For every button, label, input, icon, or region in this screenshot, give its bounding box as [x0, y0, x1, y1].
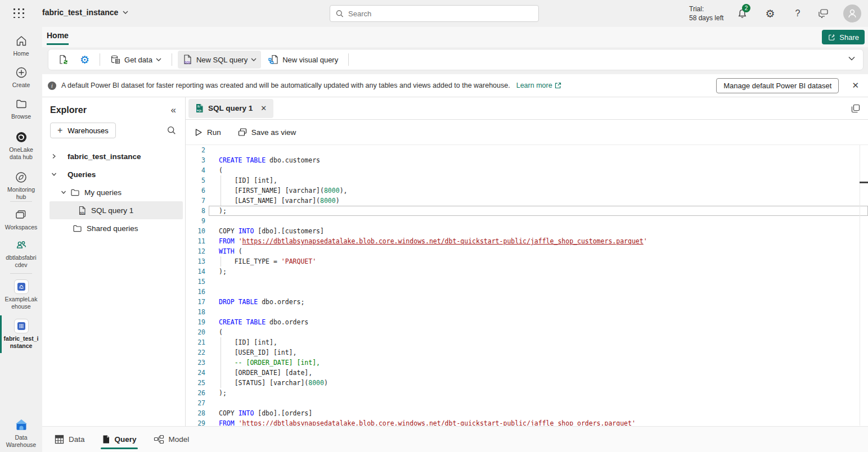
nav-home[interactable]: Home [0, 34, 42, 57]
help-icon: ? [795, 8, 800, 19]
refresh-query-button[interactable] [53, 51, 73, 69]
code-line[interactable]: 19CREATE TABLE dbo.orders [186, 317, 868, 327]
tree-item-queries[interactable]: Queries [42, 165, 185, 183]
share-button[interactable]: Share [822, 30, 865, 44]
query-document-icon [102, 435, 110, 444]
get-data-button[interactable]: Get data [106, 51, 166, 69]
play-icon [195, 128, 203, 137]
scrollbar-cursor-marker [860, 182, 868, 183]
bottom-view-switcher: Data Query Model [42, 426, 868, 452]
monitoring-icon [15, 171, 28, 184]
view-tab-data[interactable]: Data [53, 427, 86, 452]
code-line[interactable]: 18 [186, 307, 868, 317]
people-icon [15, 238, 28, 252]
line-number: 17 [186, 297, 205, 307]
copy-icon[interactable] [851, 104, 860, 113]
app-launcher-icon[interactable] [14, 8, 25, 19]
dataset-banner: i A default Power BI dataset for faster … [42, 74, 868, 97]
tree-item-shared-queries[interactable]: Shared queries [42, 219, 185, 237]
code-line[interactable]: 7 [LAST_NAME] [varchar](8000) [186, 196, 868, 206]
sql-file-icon: SQL [195, 103, 204, 113]
code-line[interactable]: 22 [USER_ID] [int], [186, 347, 868, 358]
nav-data-warehouse[interactable]: DataWarehouse [0, 418, 42, 449]
line-number: 3 [186, 155, 205, 165]
save-as-view-button[interactable]: Save as view [238, 128, 296, 137]
code-line[interactable]: 14); [186, 266, 868, 277]
feedback-button[interactable] [817, 7, 829, 20]
settings-button[interactable]: ⚙ [764, 7, 776, 20]
code-line[interactable]: 28COPY INTO [dbo].[orders] [186, 408, 868, 418]
nav-onelake-data-hub[interactable]: OneLakedata hub [0, 130, 42, 161]
line-number: 18 [186, 307, 205, 317]
line-number: 22 [186, 347, 205, 358]
code-line[interactable]: 15 [186, 277, 868, 287]
code-line[interactable]: 21 [ID] [int], [186, 337, 868, 347]
tab-home[interactable]: Home [47, 31, 69, 45]
manage-dataset-button[interactable]: Manage default Power BI dataset [716, 78, 839, 93]
collapse-panel-icon[interactable]: « [171, 105, 176, 116]
close-icon[interactable]: ✕ [852, 80, 859, 91]
svg-text:SQL: SQL [80, 211, 86, 214]
close-icon[interactable]: ✕ [260, 104, 267, 112]
nav-item-examplelakehouse[interactable]: ExampleLakehouse [0, 279, 42, 310]
code-line[interactable]: 27 [186, 398, 868, 408]
code-line[interactable]: 2 [186, 145, 868, 155]
code-line[interactable]: 23 -- [ORDER_DATE] [int], [186, 358, 868, 368]
code-line[interactable]: 6 [FIRST_NAME] [varchar](8000), [186, 186, 868, 196]
line-number: 12 [186, 246, 205, 256]
folder-icon [73, 224, 82, 233]
line-number: 26 [186, 388, 205, 398]
code-line[interactable]: 8); [186, 206, 868, 216]
chevron-down-icon [51, 171, 57, 177]
run-button[interactable]: Run [195, 128, 221, 137]
account-avatar[interactable] [843, 4, 861, 22]
view-tab-query[interactable]: Query [101, 427, 138, 452]
ribbon-collapse-button[interactable] [848, 56, 855, 61]
code-line[interactable]: 10COPY INTO [dbo].[customers] [186, 226, 868, 236]
code-line[interactable]: 24 [ORDER_DATE] [date], [186, 368, 868, 378]
nav-monitoring-hub[interactable]: Monitoringhub [0, 170, 42, 201]
ribbon-settings-button[interactable]: ⚙ [75, 50, 94, 70]
code-line[interactable]: 17DROP TABLE dbo.orders; [186, 297, 868, 307]
editor-scrollbar[interactable] [860, 145, 868, 426]
nav-browse[interactable]: Browse [0, 97, 42, 120]
code-line[interactable]: 11FROM 'https://dbtlabsynapsedatalake.bl… [186, 236, 868, 246]
tab-sql-query-1[interactable]: SQL SQL query 1 ✕ [188, 99, 273, 118]
new-visual-query-button[interactable]: New visual query [263, 51, 343, 69]
code-line[interactable]: 4( [186, 165, 868, 175]
code-line[interactable]: 25 [STATUS] [varchar](8000) [186, 378, 868, 388]
new-sql-query-button[interactable]: SQL New SQL query [178, 51, 261, 69]
code-line[interactable]: 13 FILE_TYPE = 'PARQUET' [186, 256, 868, 266]
code-line[interactable]: 12WITH ( [186, 246, 868, 256]
notifications-button[interactable]: 2 [736, 7, 748, 20]
document-refresh-icon [57, 54, 69, 65]
tree-item-my-queries[interactable]: My queries [42, 183, 185, 201]
code-line[interactable]: 29FROM 'https://dbtlabsynapsedatalake.bl… [186, 418, 868, 426]
workspace-switcher[interactable]: fabric_test_instance [42, 8, 128, 17]
nav-workspace-dbtlabsfabricdev[interactable]: dbtlabsfabricdev [0, 238, 42, 269]
search-icon[interactable] [167, 126, 176, 135]
code-line[interactable]: 3CREATE TABLE dbo.customers [186, 155, 868, 165]
share-icon [827, 33, 836, 42]
help-button[interactable]: ? [791, 7, 804, 20]
sql-file-icon: SQL [78, 206, 87, 215]
nav-create[interactable]: Create [0, 65, 42, 89]
code-line[interactable]: 16 [186, 287, 868, 297]
tree-item-sql-query-1[interactable]: SQL SQL query 1 [50, 201, 183, 219]
search-icon [336, 10, 344, 18]
sql-code-editor[interactable]: 23CREATE TABLE dbo.customers4(5 [ID] [in… [186, 145, 868, 426]
tree-item-warehouse[interactable]: fabric_test_instance [42, 147, 185, 165]
learn-more-link[interactable]: Learn more [516, 82, 561, 89]
view-tab-model[interactable]: Model [152, 427, 191, 452]
add-warehouses-button[interactable]: + Warehouses [50, 123, 116, 138]
search-input[interactable] [348, 10, 533, 18]
explorer-panel: Explorer « + Warehouses fabric_test_inst… [42, 97, 186, 426]
query-toolbar: Run Save as view [186, 120, 868, 145]
nav-item-fabric-test-instance[interactable]: fabric_test_instance [0, 319, 42, 350]
code-line[interactable]: 20( [186, 327, 868, 337]
search-box[interactable] [330, 5, 539, 22]
code-line[interactable]: 9 [186, 216, 868, 226]
nav-workspaces[interactable]: Workspaces [0, 207, 42, 231]
code-line[interactable]: 5 [ID] [int], [186, 175, 868, 186]
code-line[interactable]: 26); [186, 388, 868, 398]
